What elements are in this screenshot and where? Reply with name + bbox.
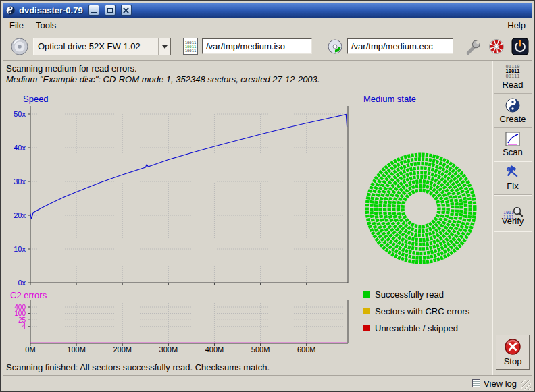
- drive-icon: [10, 37, 29, 56]
- create-button-label: Create: [499, 114, 526, 124]
- toolbar-separator: [3, 60, 532, 61]
- fix-button-label: Fix: [507, 181, 518, 191]
- svg-text:100M: 100M: [67, 345, 86, 354]
- minimize-button[interactable]: [88, 5, 99, 16]
- scan-result-status: Scanning finished: All sectors successfu…: [6, 362, 270, 372]
- stop-button-label: Stop: [504, 356, 522, 366]
- view-log-button[interactable]: View log: [472, 379, 517, 389]
- dropdown-arrow-icon: [158, 38, 170, 55]
- speed-and-c2-charts: 0M100M200M300M400M500M600M0x10x20x30x40x…: [6, 92, 353, 360]
- legend-item-read: Successfully read: [363, 289, 444, 300]
- scan-chart-icon: [505, 132, 520, 146]
- menu-help[interactable]: Help: [501, 19, 532, 32]
- legend-swatch-read: [363, 291, 370, 298]
- medium-info-line: Medium "Example disc": CD-ROM mode 1, 35…: [6, 74, 320, 84]
- svg-text:30x: 30x: [14, 177, 26, 186]
- stop-button[interactable]: Stop: [496, 335, 530, 370]
- svg-text:0M: 0M: [25, 345, 35, 354]
- svg-text:10x: 10x: [14, 245, 26, 253]
- image-file-icon: 10011 10011 10011: [183, 38, 198, 55]
- legend-swatch-crc: [363, 308, 370, 314]
- svg-text:200M: 200M: [113, 345, 132, 354]
- read-button[interactable]: 01110 10011 00111 Read: [492, 61, 533, 93]
- fix-tools-icon: [505, 165, 520, 180]
- verify-button[interactable]: 1011 1101 Verify: [492, 196, 533, 231]
- read-icon: 01110 10011 00111: [505, 65, 519, 79]
- read-button-label: Read: [502, 80, 523, 90]
- resize-grip[interactable]: [521, 380, 531, 390]
- legend-label-read: Successfully read: [375, 289, 444, 300]
- maximize-icon: [107, 8, 113, 13]
- menu-file[interactable]: File: [3, 19, 30, 32]
- stop-icon: [504, 338, 521, 356]
- yin-yang-icon: [505, 97, 521, 113]
- titlebar[interactable]: dvdisaster-0.79: [3, 3, 532, 18]
- legend-swatch-unreadable: [363, 325, 370, 331]
- toolbar: Optical drive 52X FW 1.02 10011 10011 10…: [3, 32, 532, 60]
- svg-text:4: 4: [22, 323, 26, 330]
- menubar: File Tools Help: [3, 18, 532, 32]
- legend-item-crc: Sectors with CRC errors: [363, 306, 469, 316]
- medium-state-disc: [360, 148, 482, 269]
- svg-text:50x: 50x: [14, 110, 26, 118]
- svg-text:500M: 500M: [251, 345, 270, 354]
- quit-power-button[interactable]: [511, 38, 529, 55]
- medium-state-title: Medium state: [363, 94, 416, 104]
- svg-text:0x: 0x: [18, 279, 26, 287]
- close-icon: [123, 7, 129, 13]
- dvdisaster-window: dvdisaster-0.79 File Tools Help Optical …: [0, 0, 535, 392]
- maximize-button[interactable]: [105, 5, 116, 16]
- svg-text:20x: 20x: [14, 211, 26, 219]
- ecc-file-icon: [327, 38, 343, 55]
- svg-text:400M: 400M: [205, 345, 224, 354]
- fix-button[interactable]: Fix: [492, 162, 533, 194]
- ecc-file-input[interactable]: [347, 38, 453, 54]
- scan-button-label: Scan: [503, 147, 523, 157]
- menu-tools[interactable]: Tools: [30, 19, 62, 32]
- legend-label-unreadable: Unreadable / skipped: [375, 323, 458, 333]
- scan-button[interactable]: Scan: [492, 128, 533, 161]
- drive-selector[interactable]: Optical drive 52X FW 1.02: [33, 38, 171, 55]
- minimize-icon: [91, 12, 97, 13]
- log-icon: [472, 379, 480, 387]
- statusbar: View log: [3, 375, 532, 391]
- legend-label-crc: Sectors with CRC errors: [375, 306, 469, 316]
- drive-selector-value: Optical drive 52X FW 1.02: [34, 41, 158, 51]
- damaged-disc-icon[interactable]: [488, 38, 505, 55]
- scan-status-heading: Scanning medium for read errors.: [6, 63, 137, 74]
- close-button[interactable]: [121, 5, 132, 16]
- legend-item-unreadable: Unreadable / skipped: [363, 323, 458, 333]
- image-file-input[interactable]: [202, 38, 312, 54]
- action-sidebar: 01110 10011 00111 Read Create Scan: [492, 61, 533, 375]
- preferences-wrench-icon[interactable]: [464, 38, 482, 55]
- svg-text:600M: 600M: [297, 345, 316, 354]
- svg-text:40x: 40x: [14, 144, 26, 152]
- verify-magnifier-icon: 1011 1101: [503, 200, 522, 215]
- svg-text:300M: 300M: [159, 345, 178, 354]
- window-title: dvdisaster-0.79: [19, 5, 83, 16]
- create-button[interactable]: Create: [492, 94, 533, 127]
- app-icon: [5, 5, 16, 16]
- view-log-label: View log: [484, 379, 517, 389]
